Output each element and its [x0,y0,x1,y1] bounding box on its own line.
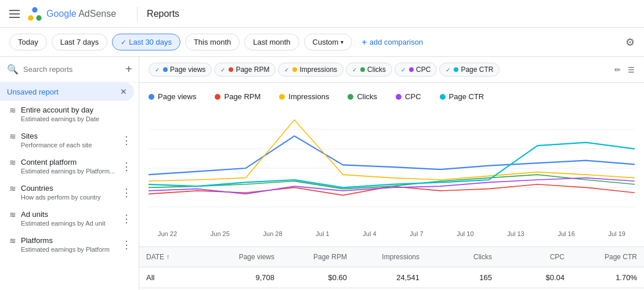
logo-adsense-text: AdSense [78,9,116,19]
report-icon-2: ≋ [9,158,16,167]
col-cpc: CPC [499,247,571,267]
add-comparison-label: add comparison [370,38,424,46]
chip-impressions[interactable]: ✓ Impressions [278,63,343,77]
chip-label-page-ctr: Page CTR [461,66,493,74]
x-label-8: Jul 16 [558,230,574,237]
cell-all-cpc: $0.04 [499,267,571,288]
report-item-2[interactable]: ≋ Content platform Estimated earnings by… [0,153,139,179]
chip-page-rpm[interactable]: ✓ Page RPM [214,63,276,77]
chip-dot-impressions [292,67,297,72]
svg-point-1 [36,15,41,20]
x-axis: Jun 22 Jun 25 Jun 28 Jul 1 Jul 4 Jul 7 J… [149,230,635,237]
legend-page-views: Page views [149,92,196,101]
col-date[interactable]: DATE ↑ [139,247,209,267]
chip-cpc[interactable]: ✓ CPC [395,63,437,77]
chip-page-ctr[interactable]: ✓ Page CTR [439,63,500,77]
table-header: DATE ↑ Page views Page RPM Impressions C… [139,247,644,267]
cell-all-clicks: 165 [426,267,499,288]
chart-filter-icon[interactable]: ☰ [628,66,635,74]
report-icon-5: ≋ [9,236,16,245]
logo-google-text: Google [46,9,77,19]
x-label-0: Jun 22 [158,230,177,237]
sidebar: 🔍 + Unsaved report ✕ ≋ Entire account by… [0,57,139,290]
hamburger-menu[interactable] [9,10,20,18]
x-label-3: Jul 1 [316,230,329,237]
report-desc-0: Estimated earnings by Date [21,115,132,122]
search-input[interactable] [23,65,121,74]
svg-point-0 [28,15,33,20]
report-icon-0: ≋ [9,106,16,115]
report-desc-4: Estimated earnings by Ad unit [21,220,121,227]
legend-dot-page-views [149,94,154,100]
report-name-1: Sites [21,132,121,140]
unsaved-report-label: Unsaved report [7,88,59,96]
edit-metrics-icon[interactable]: ✏ [614,66,621,74]
report-more-5[interactable]: ⋮ [121,238,132,251]
add-report-icon[interactable]: + [125,63,132,76]
report-desc-5: Estimated earnings by Platform [21,246,121,253]
report-item-4[interactable]: ≋ Ad units Estimated earnings by Ad unit… [0,205,139,231]
table-row-all: All 9,708 $0.60 24,541 165 $0.04 1.70% [139,267,644,288]
cell-all-page-views: 9,708 [209,267,281,288]
chip-dot-cpc [409,67,414,72]
report-more-1[interactable]: ⋮ [121,134,132,147]
legend-label-page-views: Page views [158,92,196,101]
x-label-5: Jul 7 [410,230,423,237]
legend-label-clicks: Clicks [357,92,377,101]
col-clicks: Clicks [426,247,499,267]
filter-today[interactable]: Today [9,34,47,50]
report-name-5: Platforms [21,236,121,245]
add-comparison-btn[interactable]: add comparison [361,37,423,48]
chip-label-impressions: Impressions [299,66,337,74]
chip-clicks[interactable]: ✓ Clicks [346,63,392,77]
chip-label-cpc: CPC [416,66,430,74]
x-label-1: Jun 25 [211,230,230,237]
filter-bar: Today Last 7 days Last 30 days This mont… [0,28,644,57]
filter-last-month[interactable]: Last month [244,34,299,50]
report-desc-2: Estimated earnings by Platform... [21,168,121,175]
chip-dot-page-rpm [229,67,233,72]
unsaved-report-item[interactable]: Unsaved report ✕ [0,82,134,101]
x-label-7: Jul 13 [507,230,524,237]
cell-all-impressions: 24,541 [354,267,426,288]
legend-impressions: Impressions [279,92,329,101]
legend-label-page-ctr: Page CTR [449,92,484,101]
report-more-3[interactable]: ⋮ [121,186,132,199]
logo: Google AdSense [27,6,116,22]
report-item-5[interactable]: ≋ Platforms Estimated earnings by Platfo… [0,231,139,258]
report-desc-1: Performance of each site [21,142,121,148]
report-item-0[interactable]: ≋ Entire account by day Estimated earnin… [0,101,139,127]
legend-label-impressions: Impressions [288,92,329,101]
col-page-ctr: Page CTR [571,247,644,267]
filter-last7[interactable]: Last 7 days [52,34,108,50]
chip-dot-page-ctr [454,67,458,72]
report-more-4[interactable]: ⋮ [121,212,132,225]
legend-dot-page-ctr [440,94,446,100]
chip-page-views[interactable]: ✓ Page views [149,63,212,77]
report-more-2[interactable]: ⋮ [121,160,132,173]
search-icon: 🔍 [7,64,19,75]
x-label-6: Jul 10 [457,230,473,237]
filter-this-month[interactable]: This month [185,34,240,50]
report-item-3[interactable]: ≋ Countries How ads perform by country ⋮ [0,179,139,205]
legend-page-ctr: Page CTR [440,92,484,101]
legend-clicks: Clicks [348,92,377,101]
report-icon-3: ≋ [9,184,16,193]
settings-icon[interactable]: ⚙ [625,36,635,49]
page-title: Reports [147,9,179,19]
legend-dot-cpc [396,94,401,100]
google-ads-logo-icon [27,6,43,22]
unsaved-report-close[interactable]: ✕ [120,87,127,96]
legend-dot-clicks [348,94,353,100]
filter-last30[interactable]: Last 30 days [112,34,180,50]
report-icon-1: ≋ [9,132,16,141]
legend-dot-impressions [279,94,285,100]
chart-legend: Page views Page RPM Impressions Clicks C… [149,92,635,101]
svg-point-2 [32,7,37,12]
report-name-0: Entire account by day [21,106,132,114]
report-item-1[interactable]: ≋ Sites Performance of each site ⋮ [0,127,139,153]
filter-custom[interactable]: Custom [304,34,353,50]
cell-all-page-rpm: $0.60 [281,267,354,288]
chip-label-page-rpm: Page RPM [236,66,269,74]
search-bar: 🔍 + [0,57,139,82]
